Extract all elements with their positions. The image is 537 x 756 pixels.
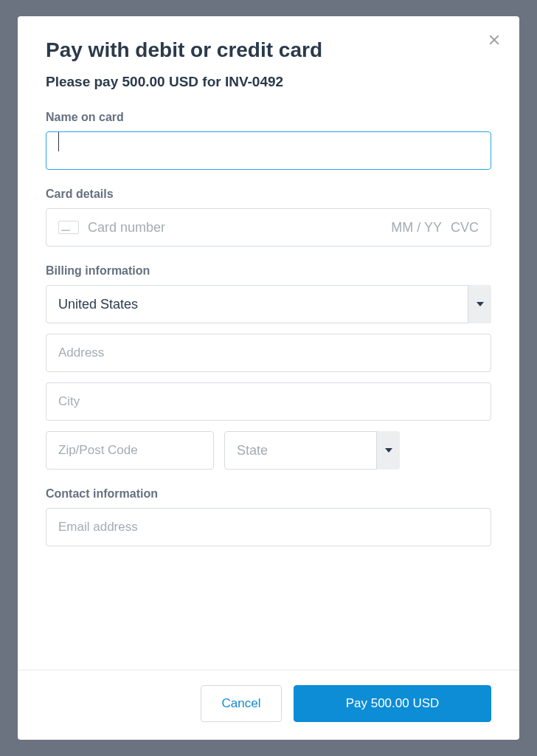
contact-label: Contact information	[46, 487, 491, 501]
modal-subtitle: Please pay 500.00 USD for INV-0492	[46, 74, 491, 90]
name-on-card-input[interactable]	[46, 131, 491, 170]
modal-body: Pay with debit or credit card Please pay…	[18, 16, 519, 670]
pay-button[interactable]: Pay 500.00 USD	[294, 685, 491, 722]
billing-group: Billing information United States State	[46, 264, 491, 470]
card-expiry-placeholder: MM / YY	[391, 220, 442, 236]
close-button[interactable]	[487, 32, 502, 47]
close-icon	[488, 33, 501, 47]
modal-footer: Cancel Pay 500.00 USD	[18, 670, 519, 740]
name-on-card-group: Name on card	[46, 111, 491, 170]
card-number-placeholder: Card number	[88, 220, 382, 236]
name-on-card-label: Name on card	[46, 111, 491, 124]
card-details-group: Card details Card number MM / YY CVC	[46, 188, 491, 247]
zip-input[interactable]	[46, 431, 214, 470]
city-input[interactable]	[46, 382, 491, 421]
country-select-caret[interactable]	[468, 285, 491, 323]
state-select[interactable]: State	[224, 431, 400, 470]
email-input[interactable]	[46, 508, 491, 546]
credit-card-icon	[58, 221, 79, 234]
billing-stack: United States State	[46, 285, 491, 470]
country-select-wrap: United States	[46, 285, 491, 323]
chevron-down-icon	[385, 448, 392, 453]
card-cvc-placeholder: CVC	[451, 220, 479, 236]
address-input[interactable]	[46, 334, 491, 372]
text-cursor	[58, 132, 59, 151]
card-details-label: Card details	[46, 188, 491, 201]
cancel-button[interactable]: Cancel	[201, 685, 282, 722]
contact-group: Contact information	[46, 487, 491, 546]
card-details-input[interactable]: Card number MM / YY CVC	[46, 208, 491, 247]
zip-state-row: State	[46, 431, 491, 470]
chevron-down-icon	[477, 302, 484, 306]
billing-label: Billing information	[46, 264, 491, 278]
modal-title: Pay with debit or credit card	[46, 38, 491, 62]
state-select-caret[interactable]	[376, 431, 400, 470]
country-select[interactable]: United States	[46, 285, 491, 323]
payment-modal: Pay with debit or credit card Please pay…	[18, 16, 519, 740]
